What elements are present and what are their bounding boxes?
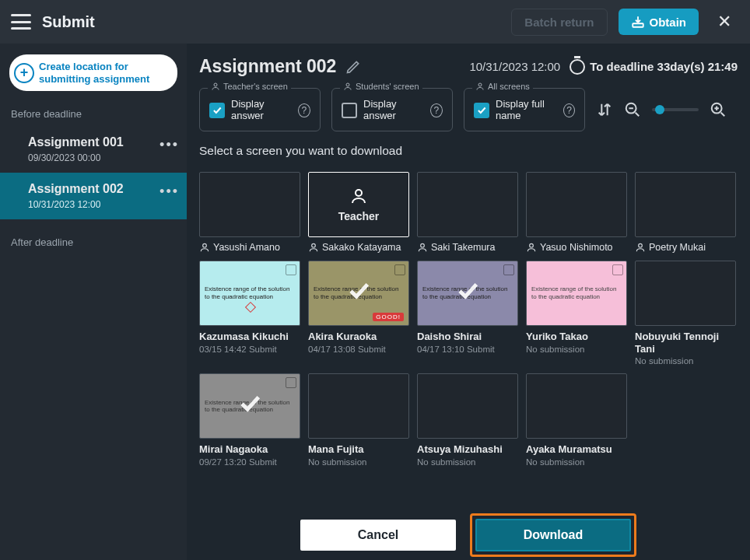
person-name: Yuriko Takao [526, 331, 627, 343]
submit-info: 09/27 13:20 Submit [199, 457, 300, 467]
download-button[interactable]: Download [475, 519, 631, 551]
check-icon [237, 390, 263, 418]
check-icon [454, 278, 481, 306]
svg-point-3 [478, 83, 482, 86]
teacher-display-answer-checkbox[interactable] [209, 103, 225, 118]
person-name: Saki Takemura [431, 242, 495, 253]
corner-badge-icon [394, 264, 405, 275]
check-icon [345, 278, 372, 306]
assignment-name: Assignment 001 [28, 135, 176, 149]
submit-info: No submission [526, 457, 627, 467]
help-icon[interactable]: ? [563, 103, 575, 117]
thumbnail [526, 172, 627, 237]
help-icon[interactable]: ? [430, 103, 443, 117]
sidebar-assignment-002[interactable]: ••• Assignment 002 10/31/2023 12:00 [0, 173, 187, 219]
edit-icon[interactable] [345, 59, 361, 75]
cancel-button[interactable]: Cancel [300, 520, 456, 551]
page-title: Submit [42, 13, 95, 31]
person-name: Daisho Shirai [417, 331, 518, 343]
submit-info: No submission [526, 345, 627, 354]
display-full-name-label: Display full name [496, 99, 557, 122]
obtain-button[interactable]: Obtain [619, 9, 699, 35]
submit-info: 04/17 13:08 Submit [308, 345, 409, 354]
menu-icon[interactable] [11, 14, 31, 30]
display-answer-label: Display answer [363, 99, 424, 122]
person-icon [635, 242, 646, 253]
create-assignment-label: Create location for submitting assignmen… [39, 61, 170, 85]
screen-cell[interactable]: Poetry Mukai [635, 172, 736, 253]
thumbnail [635, 172, 736, 237]
person-icon [417, 242, 428, 253]
thumbnail [635, 261, 736, 326]
corner-badge-icon [286, 264, 296, 275]
svg-point-10 [530, 243, 534, 247]
screen-cell[interactable]: Yasuo Nishimoto [526, 172, 627, 253]
screen-cell[interactable]: Existence range of the solution to the q… [308, 261, 409, 366]
deadline-text: To deadline 33day(s) 21:49 [590, 60, 738, 73]
submit-info: 03/15 14:42 Submit [199, 345, 300, 354]
screen-cell[interactable]: Existence range of the solution to the q… [199, 261, 300, 366]
person-name: Poetry Mukai [649, 242, 706, 253]
zoom-out-icon[interactable] [624, 101, 641, 118]
create-assignment-button[interactable]: + Create location for submitting assignm… [9, 54, 177, 91]
person-name: Mirai Nagaoka [199, 443, 300, 456]
person-name: Yasuo Nishimoto [540, 242, 613, 253]
screen-cell-teacher[interactable]: Teacher Sakako Katayama [308, 172, 409, 253]
sort-icon[interactable] [596, 101, 613, 118]
note-text: Existence range of the solution to the q… [527, 281, 626, 305]
zoom-in-icon[interactable] [710, 101, 727, 118]
thumbnail [199, 172, 300, 237]
screen-cell[interactable]: Existence range of the solution to the q… [526, 261, 627, 366]
teacher-badge: Teacher [338, 187, 380, 222]
display-full-name-checkbox[interactable] [474, 103, 489, 118]
plus-icon: + [14, 63, 34, 83]
thumbnail [417, 172, 518, 237]
svg-point-1 [214, 83, 217, 86]
assignment-name: Assignment 002 [28, 182, 176, 196]
close-icon[interactable]: ✕ [710, 7, 739, 37]
batch-return-button[interactable]: Batch return [511, 9, 607, 36]
submit-info: No submission [635, 356, 736, 366]
person-name: Atsuya Mizuhashi [417, 443, 518, 456]
sidebar-assignment-001[interactable]: ••• Assignment 001 09/30/2023 00:00 [0, 126, 187, 173]
person-name: Sakako Katayama [322, 242, 401, 253]
screen-cell[interactable]: Existence range of the solution to the q… [199, 373, 300, 467]
thumbnail: Existence range of the solution to the q… [199, 261, 300, 326]
deadline-countdown: To deadline 33day(s) 21:49 [570, 59, 738, 75]
zoom-slider[interactable] [652, 108, 699, 111]
submit-info: 04/17 13:10 Submit [417, 345, 518, 354]
more-icon[interactable]: ••• [159, 137, 179, 153]
panel-legend: Students' screen [340, 82, 422, 91]
main: Assignment 002 10/31/2023 12:00 To deadl… [187, 44, 750, 560]
svg-point-9 [421, 243, 425, 247]
students-display-answer-checkbox[interactable] [342, 103, 357, 118]
more-icon[interactable]: ••• [159, 184, 179, 200]
screen-cell[interactable]: Atsuya Mizuhashi No submission [417, 373, 518, 467]
all-screens-panel: All screens Display full name ? [464, 88, 585, 131]
person-icon [475, 82, 485, 91]
screen-cell[interactable]: Existence range of the solution to the q… [417, 261, 518, 366]
person-icon [343, 82, 352, 91]
svg-point-8 [312, 243, 316, 247]
svg-point-2 [346, 83, 349, 86]
screen-cell[interactable]: Yasushi Amano [199, 172, 300, 253]
help-icon[interactable]: ? [298, 103, 310, 117]
screen-cell[interactable]: Ayaka Muramatsu No submission [526, 373, 627, 467]
person-name: Akira Kuraoka [308, 331, 409, 343]
teacher-screen-panel: Teacher's screen Display answer ? [199, 88, 321, 131]
person-icon [211, 82, 220, 91]
person-name: Ayaka Muramatsu [526, 443, 627, 456]
screen-cell[interactable]: Nobuyuki Tennoji Tani No submission [635, 261, 736, 366]
screen-cell[interactable]: Mana Fujita No submission [308, 373, 409, 467]
thumbnail: Existence range of the solution to the q… [417, 261, 518, 326]
screen-cell[interactable]: Saki Takemura [417, 172, 518, 253]
svg-point-11 [639, 243, 643, 247]
person-name: Nobuyuki Tennoji Tani [635, 331, 736, 355]
thumbnail [526, 373, 627, 439]
person-name: Mana Fujita [308, 443, 409, 456]
students-screen-panel: Students' screen Display answer ? [331, 88, 453, 131]
person-name: Kazumasa Kikuchi [199, 331, 300, 343]
thumbnail: Teacher [308, 172, 409, 237]
person-icon [308, 242, 319, 253]
obtain-label: Obtain [650, 16, 687, 29]
